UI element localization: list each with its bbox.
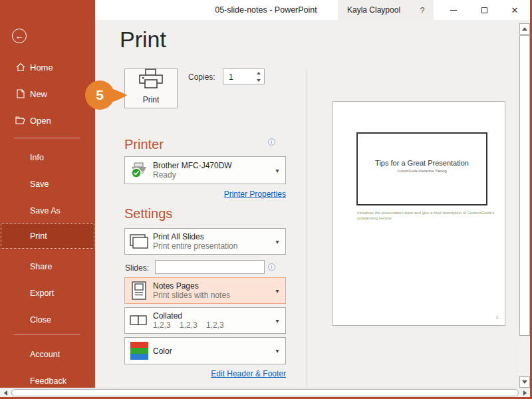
print-range-subtitle: Print entire presentation [153,241,269,251]
sidebar-item-info[interactable]: Info [0,148,95,167]
copies-stepper[interactable]: 1 [223,68,265,84]
edit-header-footer-link[interactable]: Edit Header & Footer [124,369,286,378]
printer-properties-link[interactable]: Printer Properties [124,190,286,199]
titlebar: 05-slide-notes - PowerPoint Kayla Claypo… [0,0,532,20]
sidebar-item-share[interactable]: Share [0,257,95,276]
close-button[interactable]: ✕ [499,0,530,20]
page-title: Print [120,27,166,53]
scroll-up-button[interactable] [519,23,530,35]
chevron-down-icon: ▾ [269,167,285,174]
new-document-icon [15,89,25,99]
horizontal-scrollbar[interactable] [0,388,530,397]
collation-title: Collated [153,311,269,321]
collation-select[interactable]: Collated 1,2,3 1,2,3 1,2,3 ▾ [124,307,286,334]
scroll-down-button[interactable] [519,376,530,388]
sidebar-item-new[interactable]: New [0,84,95,103]
scroll-down-icon [522,380,527,384]
copies-spinner-buttons [253,69,264,84]
print-range-title: Print All Slides [153,232,269,241]
slide-title: Tips for a Great Presentation [358,159,486,167]
printer-status-icon [125,162,153,178]
slides-input[interactable] [155,260,265,274]
slides-icon [125,234,153,249]
settings-section-heading: Settings [124,206,172,221]
sidebar-divider [14,334,80,335]
sidebar-item-save[interactable]: Save [0,175,95,194]
chevron-down-icon: ▾ [269,287,285,295]
slide-subtitle: CustomGuide Interactive Training [358,169,486,173]
print-layout-title: Notes Pages [153,281,269,291]
sidebar-item-open[interactable]: Open [0,111,95,130]
scroll-left-button[interactable] [0,388,11,398]
backstage-sidebar: ← Home New Open Info Save Save As Print … [0,20,95,388]
slides-label: Slides: [125,263,149,273]
copies-label: Copies: [188,72,215,82]
account-panel[interactable]: Kayla Claypool ? [338,0,434,20]
color-swatch-icon [125,342,153,360]
panel-divider [307,70,307,388]
print-button-label: Print [143,95,160,104]
chevron-up-icon [257,72,261,74]
notes-page-icon [125,281,153,300]
printer-status: Ready [153,170,269,180]
close-icon: ✕ [511,5,519,15]
copies-value[interactable]: 1 [223,69,253,84]
chevron-down-icon [257,79,261,82]
copies-decrement-button[interactable] [253,76,264,84]
print-button[interactable]: Print [124,68,178,108]
slide-notes-text: Introduce the presentation topic and giv… [357,210,498,221]
sidebar-item-save-as[interactable]: Save As [0,201,95,220]
preview-slide-thumbnail: Tips for a Great Presentation CustomGuid… [356,132,487,205]
print-preview-page: Tips for a Great Presentation CustomGuid… [332,101,505,326]
minimize-icon [450,10,457,11]
print-layout-subtitle: Print slides with notes [153,291,269,300]
collation-subtitle: 1,2,3 1,2,3 1,2,3 [153,321,269,330]
chevron-down-icon: ▾ [269,317,285,325]
scroll-left-icon [4,390,7,396]
sidebar-item-export[interactable]: Export [0,284,95,303]
home-icon [15,63,25,72]
minimize-button[interactable] [438,0,469,20]
vertical-scrollbar[interactable] [519,23,530,388]
titlebar-accent [0,0,95,20]
chevron-down-icon: ▾ [269,238,285,245]
back-icon: ← [15,31,24,41]
help-icon[interactable]: ? [411,5,434,15]
color-title: Color [153,346,269,356]
chevron-down-icon: ▾ [269,347,285,354]
printer-name: Brother MFC-J470DW [153,161,269,170]
page-number: 1 [496,315,498,319]
powerpoint-window: 05-slide-notes - PowerPoint Kayla Claypo… [0,0,532,399]
sidebar-item-account[interactable]: Account [0,345,95,364]
back-button[interactable]: ← [12,29,27,43]
callout-number: 5 [85,80,114,110]
sidebar-divider [14,138,80,138]
copies-increment-button[interactable] [253,69,264,76]
scroll-right-icon [523,390,527,396]
print-range-select[interactable]: Print All Slides Print entire presentati… [124,228,286,255]
print-layout-select[interactable]: Notes Pages Print slides with notes ▾ [124,277,286,304]
printer-section-heading: Printer [124,137,164,152]
scroll-up-icon [522,27,527,31]
maximize-icon [481,7,487,13]
maximize-button[interactable] [469,0,499,20]
horizontal-scrollbar-thumb[interactable] [11,389,519,396]
collated-icon [125,315,153,326]
info-icon[interactable]: i [268,263,275,271]
printer-select[interactable]: Brother MFC-J470DW Ready ▾ [124,156,286,184]
user-name[interactable]: Kayla Claypool [338,5,411,15]
printer-icon [139,68,163,92]
color-select[interactable]: Color ▾ [124,337,286,364]
open-folder-icon [15,116,25,126]
scroll-right-button[interactable] [519,388,530,398]
vertical-scrollbar-thumb[interactable] [519,35,530,336]
sidebar-item-close[interactable]: Close [0,311,95,329]
sidebar-item-print[interactable]: Print [0,223,95,249]
sidebar-item-home[interactable]: Home [0,58,95,76]
window-controls: ✕ [438,0,530,20]
print-pane: Print Print Copies: 1 Printer i [95,20,532,388]
info-icon[interactable]: i [268,138,275,146]
